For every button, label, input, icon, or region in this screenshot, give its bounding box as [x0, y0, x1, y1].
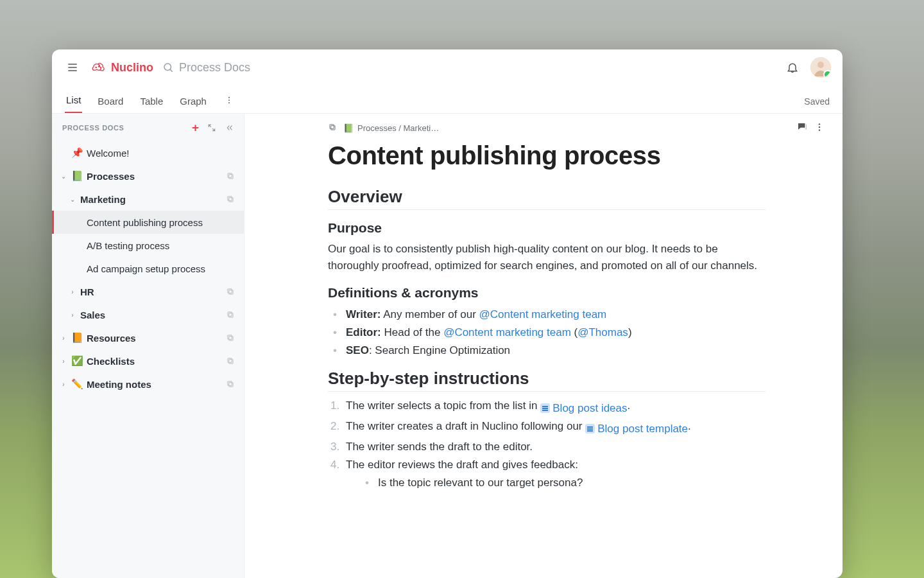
copy-icon[interactable]	[226, 287, 235, 296]
svg-rect-23	[331, 126, 335, 130]
svg-rect-22	[228, 381, 232, 385]
copy-icon[interactable]	[226, 333, 235, 342]
tab-table[interactable]: Table	[139, 89, 164, 113]
doc-toolbar: 📗 Processes / Marketi…	[244, 114, 843, 135]
svg-rect-20	[228, 358, 232, 362]
copy-icon[interactable]	[226, 380, 235, 389]
book-green-icon: 📗	[71, 170, 83, 182]
chevron-right-icon: ›	[60, 335, 67, 342]
definitions-list: Writer: Any member of our @Content marke…	[328, 306, 766, 360]
svg-point-5	[817, 62, 824, 68]
sidebar-item-label: Resources	[87, 333, 222, 344]
svg-rect-17	[229, 337, 233, 340]
copy-icon[interactable]	[226, 195, 235, 204]
copy-icon[interactable]	[226, 356, 235, 365]
svg-rect-13	[229, 290, 233, 294]
svg-point-2	[101, 67, 101, 68]
page-link[interactable]: Blog post template	[585, 420, 688, 438]
doc-more-icon[interactable]	[814, 122, 825, 134]
svg-point-26	[819, 127, 820, 128]
heading-steps: Step-by-step instructions	[328, 369, 766, 392]
search-icon	[162, 62, 174, 73]
sidebar-item-meeting-notes[interactable]: › ✏️ Meeting notes	[52, 372, 244, 396]
svg-rect-14	[228, 289, 232, 293]
heading-overview: Overview	[328, 187, 766, 210]
sidebar-item-label: Content publishing process	[87, 217, 235, 228]
chevron-down-icon: ⌄	[69, 196, 76, 203]
page-icon	[585, 424, 595, 434]
page-link[interactable]: Blog post ideas	[540, 399, 627, 417]
copy-icon[interactable]	[226, 171, 235, 180]
svg-rect-24	[330, 125, 334, 128]
pin-icon: 📌	[71, 147, 83, 159]
sidebar-item-sales[interactable]: › Sales	[52, 303, 244, 326]
body: PROCESS DOCS + 📌 Welcome! ⌄ 📗 Processes	[52, 114, 843, 578]
chevron-right-icon: ›	[60, 358, 67, 365]
save-status: Saved	[804, 96, 830, 113]
sidebar-item-hr[interactable]: › HR	[52, 280, 244, 303]
tab-more-icon[interactable]	[222, 89, 236, 113]
list-item: The editor reviews the draft and gives f…	[343, 456, 766, 492]
sidebar-item-checklists[interactable]: › ✅ Checklists	[52, 349, 244, 372]
chevron-right-icon: ›	[69, 288, 76, 295]
page-icon	[540, 403, 550, 413]
sidebar-item-label: Processes	[87, 171, 222, 182]
list-item: Writer: Any member of our @Content marke…	[343, 306, 766, 324]
search[interactable]	[162, 61, 774, 74]
top-bar: Nuclino	[52, 49, 843, 85]
svg-rect-16	[228, 312, 232, 316]
breadcrumb[interactable]: 📗 Processes / Marketi…	[343, 123, 439, 133]
svg-rect-15	[229, 313, 233, 317]
list-item: The writer selects a topic from the list…	[343, 397, 766, 417]
tab-board[interactable]: Board	[96, 89, 124, 113]
svg-rect-9	[229, 175, 233, 179]
copy-icon[interactable]	[328, 123, 337, 134]
logo[interactable]: Nuclino	[90, 59, 153, 76]
search-input[interactable]	[179, 61, 346, 74]
app-window: Nuclino List Board Table Graph Saved PRO…	[52, 49, 843, 578]
svg-rect-12	[228, 197, 232, 200]
tab-list[interactable]: List	[65, 88, 82, 113]
mention-link[interactable]: @Content marketing team	[479, 308, 607, 320]
book-orange-icon: 📙	[71, 332, 83, 344]
main-panel: 📗 Processes / Marketi… Content publishin…	[244, 114, 843, 578]
menu-icon[interactable]	[64, 58, 81, 76]
tab-graph[interactable]: Graph	[178, 89, 208, 113]
svg-point-25	[819, 123, 820, 125]
expand-icon[interactable]	[207, 123, 217, 133]
copy-icon[interactable]	[226, 310, 235, 319]
mention-link[interactable]: @Thomas	[578, 326, 628, 338]
svg-point-1	[98, 66, 99, 67]
notifications-icon[interactable]	[783, 58, 801, 76]
sidebar-item-label: Meeting notes	[87, 379, 222, 390]
sidebar-item-welcome[interactable]: 📌 Welcome!	[52, 141, 244, 164]
mention-link[interactable]: @Content marketing team	[443, 326, 571, 338]
document: Content publishing process Overview Purp…	[244, 135, 843, 518]
comments-icon[interactable]	[796, 121, 808, 135]
sidebar-item-processes[interactable]: ⌄ 📗 Processes	[52, 164, 244, 188]
sidebar-item-content-publishing[interactable]: Content publishing process	[52, 211, 244, 234]
sidebar-item-label: A/B testing process	[87, 240, 235, 251]
svg-point-0	[96, 67, 96, 67]
svg-point-8	[228, 102, 230, 103]
breadcrumb-text: Processes / Marketi…	[357, 123, 439, 133]
svg-point-27	[819, 129, 820, 130]
svg-rect-19	[229, 360, 233, 363]
add-item-button[interactable]: +	[192, 121, 199, 134]
svg-rect-21	[229, 383, 233, 387]
list-item: Is the topic relevant to our target pers…	[375, 474, 766, 492]
avatar[interactable]	[810, 57, 831, 78]
check-icon: ✅	[71, 355, 83, 367]
sidebar-item-marketing[interactable]: ⌄ Marketing	[52, 188, 244, 211]
sub-list: Is the topic relevant to our target pers…	[360, 474, 766, 492]
view-tabs: List Board Table Graph Saved	[52, 85, 843, 114]
sidebar-item-ab-testing[interactable]: A/B testing process	[52, 234, 244, 257]
sidebar: PROCESS DOCS + 📌 Welcome! ⌄ 📗 Processes	[52, 114, 244, 578]
sidebar-item-label: Sales	[80, 310, 222, 320]
sidebar-item-ad-campaign[interactable]: Ad campaign setup process	[52, 257, 244, 280]
sidebar-item-resources[interactable]: › 📙 Resources	[52, 326, 244, 349]
heading-definitions: Definitions & acronyms	[328, 285, 766, 301]
list-item: The writer sends the draft to the editor…	[343, 438, 766, 456]
collapse-sidebar-icon[interactable]	[225, 123, 235, 133]
list-item: The writer creates a draft in Nuclino fo…	[343, 417, 766, 438]
